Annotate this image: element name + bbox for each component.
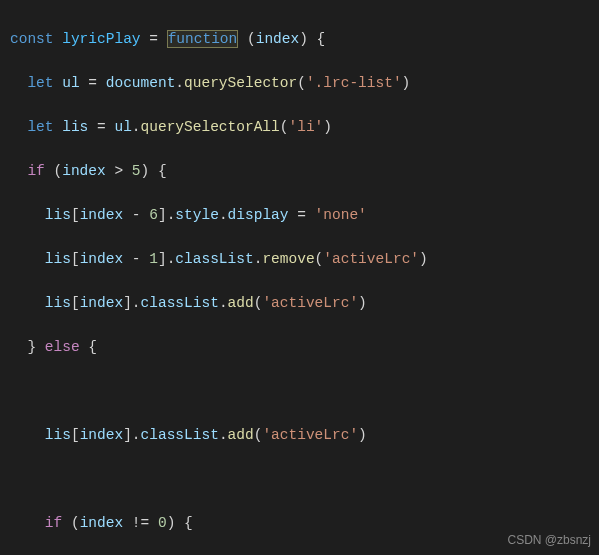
- bracket: [: [71, 207, 80, 223]
- operator: =: [141, 31, 167, 47]
- const-name: lyricPlay: [62, 31, 140, 47]
- object: ul: [114, 119, 131, 135]
- keyword-const: const: [10, 31, 54, 47]
- operator: =: [80, 75, 106, 91]
- paren: (: [62, 515, 79, 531]
- bracket: [: [71, 295, 80, 311]
- paren: ): [419, 251, 428, 267]
- keyword-if: if: [27, 163, 44, 179]
- brace: }: [27, 339, 44, 355]
- param: index: [256, 31, 300, 47]
- operator: =: [88, 119, 114, 135]
- operator: =: [289, 207, 315, 223]
- number: 1: [149, 251, 158, 267]
- operator: -: [123, 251, 149, 267]
- code-block: const lyricPlay = function (index) { let…: [0, 0, 599, 555]
- function-call: add: [228, 427, 254, 443]
- code-line: lis[index].classList.add('activeLrc'): [10, 424, 589, 446]
- string: 'activeLrc': [262, 427, 358, 443]
- dot: .: [219, 295, 228, 311]
- function-call: remove: [262, 251, 314, 267]
- string: 'none': [315, 207, 367, 223]
- paren: (: [45, 163, 62, 179]
- property: display: [228, 207, 289, 223]
- var: index: [80, 515, 124, 531]
- property: style: [175, 207, 219, 223]
- paren: (: [315, 251, 324, 267]
- code-line: [10, 380, 589, 402]
- object: document: [106, 75, 176, 91]
- function-call: querySelector: [184, 75, 297, 91]
- code-line: let ul = document.querySelector('.lrc-li…: [10, 72, 589, 94]
- number: 6: [149, 207, 158, 223]
- bracket: ].: [158, 251, 175, 267]
- watermark: CSDN @zbsnzj: [507, 529, 591, 551]
- string: '.lrc-list': [306, 75, 402, 91]
- property: classList: [141, 295, 219, 311]
- var: lis: [45, 251, 71, 267]
- code-line: } else {: [10, 336, 589, 358]
- number: 5: [132, 163, 141, 179]
- var: lis: [45, 207, 71, 223]
- dot: .: [219, 207, 228, 223]
- keyword-else: else: [45, 339, 80, 355]
- code-line: if (index > 5) {: [10, 160, 589, 182]
- operator: !=: [123, 515, 158, 531]
- paren: ): [358, 427, 367, 443]
- var: ul: [62, 75, 79, 91]
- bracket: ].: [123, 427, 140, 443]
- paren: ): [323, 119, 332, 135]
- keyword-function: function: [167, 30, 239, 48]
- number: 0: [158, 515, 167, 531]
- property: classList: [141, 427, 219, 443]
- bracket: ].: [158, 207, 175, 223]
- var: lis: [62, 119, 88, 135]
- paren-brace: ) {: [299, 31, 325, 47]
- code-line: lis[index].classList.add('activeLrc'): [10, 292, 589, 314]
- paren-brace: ) {: [167, 515, 193, 531]
- space: [54, 75, 63, 91]
- bracket: [: [71, 251, 80, 267]
- code-line: if (index != 0) {: [10, 512, 589, 534]
- dot: .: [132, 119, 141, 135]
- var: lis: [45, 427, 71, 443]
- keyword-if: if: [45, 515, 62, 531]
- function-call: querySelectorAll: [141, 119, 280, 135]
- paren: (: [297, 75, 306, 91]
- brace: {: [80, 339, 97, 355]
- dot: .: [175, 75, 184, 91]
- var: index: [80, 295, 124, 311]
- property: classList: [175, 251, 253, 267]
- code-line: let lis = ul.querySelectorAll('li'): [10, 116, 589, 138]
- dot: .: [219, 427, 228, 443]
- string: 'activeLrc': [262, 295, 358, 311]
- space: [54, 119, 63, 135]
- paren-brace: ) {: [141, 163, 167, 179]
- var: index: [80, 251, 124, 267]
- space: [238, 31, 247, 47]
- paren: ): [358, 295, 367, 311]
- code-line: [10, 468, 589, 490]
- var: index: [62, 163, 106, 179]
- var: index: [80, 207, 124, 223]
- function-call: add: [228, 295, 254, 311]
- code-line: lis[index - 1].classList.remove('activeL…: [10, 248, 589, 270]
- paren: (: [247, 31, 256, 47]
- var: lis: [45, 295, 71, 311]
- operator: >: [106, 163, 132, 179]
- bracket: [: [71, 427, 80, 443]
- paren: ): [402, 75, 411, 91]
- string: 'activeLrc': [323, 251, 419, 267]
- code-line: const lyricPlay = function (index) {: [10, 28, 589, 50]
- keyword-let: let: [27, 75, 53, 91]
- var: index: [80, 427, 124, 443]
- keyword-let: let: [27, 119, 53, 135]
- string: 'li': [288, 119, 323, 135]
- bracket: ].: [123, 295, 140, 311]
- code-line: lis[index - 6].style.display = 'none': [10, 204, 589, 226]
- operator: -: [123, 207, 149, 223]
